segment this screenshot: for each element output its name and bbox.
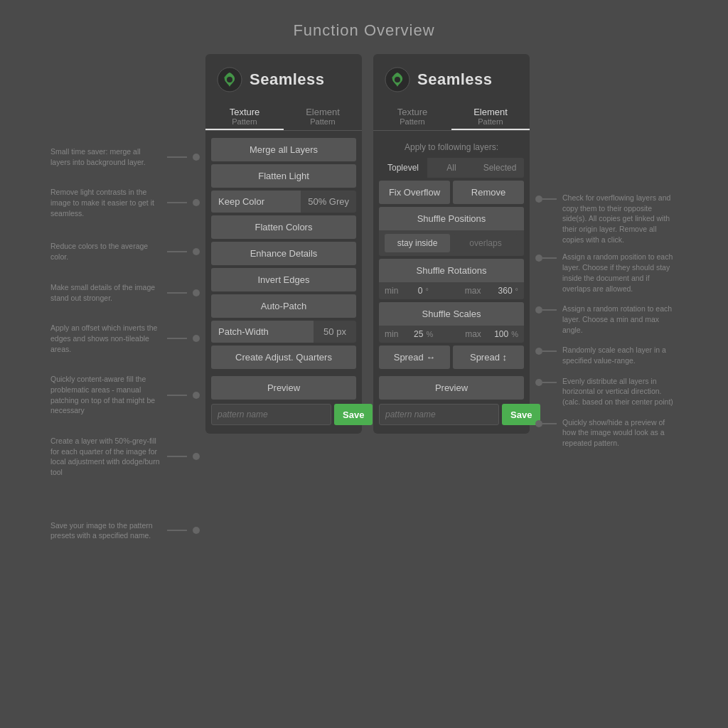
right-annotation-item: Check for overflowing layers and copy th… [535,193,678,245]
flatten-colors-button[interactable]: Flatten Colors [211,215,356,239]
auto-patch-button[interactable]: Auto-Patch [211,294,356,318]
annotation-item: Create a layer with 50%-grey-fill for ea… [50,436,200,478]
right-dot-line [535,379,557,386]
shuffle-rotations-section: Shuffle Rotations min 0 ° max 360 ° [379,259,524,299]
right-preview-button[interactable]: Preview [379,376,524,400]
layer-tab-all[interactable]: All [427,158,476,178]
shuffle-scales-options: min 25 % max 100 % [379,326,524,343]
right-panel-header: Seamless [373,54,530,102]
annotation-line [167,156,187,158]
right-annotation-text: Randomly scale each layer in a specified… [562,345,678,365]
shuffle-positions-button[interactable]: Shuffle Positions [379,207,524,230]
right-tab-texture-sub: Pattern [373,117,451,126]
annotation-line [167,456,187,457]
scale-max-label: max [465,329,491,339]
right-dot [535,306,542,314]
layer-tab-selected[interactable]: Selected [476,158,524,178]
right-line [542,257,557,259]
save-area: Save [211,404,356,425]
scale-max-unit: % [511,330,518,338]
shuffle-rotations-button[interactable]: Shuffle Rotations [379,259,524,282]
scale-max-value: 100 [494,329,508,339]
annotation-dot [193,154,200,161]
layer-tab-toplevel[interactable]: Toplevel [379,158,427,178]
right-dot [535,255,542,262]
rotation-max-label: max [465,286,496,296]
annotation-text: Make small details of the image stand ou… [50,282,161,303]
right-panel: Seamless Texture Pattern Element Pattern… [373,54,530,434]
overlaps-button[interactable]: overlaps [453,234,518,252]
keep-color-row: Keep Color 50% Grey [211,191,356,213]
save-button[interactable]: Save [334,404,373,425]
layer-tabs: Toplevel All Selected [379,158,524,178]
pattern-name-input[interactable] [211,404,331,425]
annotation-item: Remove light contrasts in the image to m… [50,187,200,218]
right-annotations-column: Check for overflowing layers and copy th… [535,54,678,461]
tab-texture[interactable]: Texture Pattern [205,102,284,130]
shuffle-scales-button[interactable]: Shuffle Scales [379,302,524,326]
tab-element[interactable]: Element Pattern [284,102,362,130]
right-annotation-text: Quickly show/hide a preview of how the i… [562,417,678,449]
spread-row: Spread ↔ Spread ↕ [379,346,524,369]
right-line [542,350,557,352]
seamless-logo-icon-right [385,67,410,92]
right-dot-line [535,348,557,355]
rotation-max-unit: ° [515,287,518,295]
left-panel-title: Seamless [250,70,325,89]
annotation-line [167,292,187,294]
right-annotation-item: Assign a random position to each layer. … [535,252,678,294]
annotation-item: Small time saver: merge all layers into … [50,146,200,167]
right-line [542,309,557,311]
right-dot-line [535,306,557,314]
annotation-item: Apply an offset which inverts the edges … [50,323,200,354]
create-adjust-quarters-button[interactable]: Create Adjust. Quarters [211,346,356,369]
scale-min-value: 25 [414,329,423,339]
shuffle-scales-section: Shuffle Scales min 25 % max 100 % [379,302,524,343]
rotation-min-label: min [385,286,415,296]
tab-texture-label: Texture [205,107,284,117]
enhance-details-button[interactable]: Enhance Details [211,242,356,265]
seamless-logo-icon [217,67,242,92]
fix-remove-row: Fix Overflow Remove [379,181,524,204]
invert-edges-button[interactable]: Invert Edges [211,268,356,291]
annotation-text: Reduce colors to the average color. [50,241,161,262]
svg-point-3 [395,77,400,82]
annotation-dot [193,527,200,534]
right-pattern-name-input[interactable] [379,404,499,425]
annotation-item: Quickly content-aware fill the problemat… [50,374,200,416]
right-tab-element[interactable]: Element Pattern [451,102,530,130]
annotation-text: Create a layer with 50%-grey-fill for ea… [50,436,161,478]
right-tab-element-sub: Pattern [451,117,530,126]
keep-color-value[interactable]: 50% Grey [301,191,356,213]
spread-vertical-button[interactable]: Spread ↕ [453,346,524,369]
right-dot-line [535,420,557,427]
annotation-text: Small time saver: merge all layers into … [50,146,161,167]
merge-all-layers-button[interactable]: Merge all Layers [211,138,356,161]
annotation-line [167,202,187,203]
right-tab-texture[interactable]: Texture Pattern [373,102,451,130]
shuffle-rotations-options: min 0 ° max 360 ° [379,282,524,299]
right-annotation-text: Assign a random position to each layer. … [562,252,678,294]
fix-overflow-button[interactable]: Fix Overflow [379,181,450,204]
annotation-line [167,530,187,531]
right-annotation-text: Assign a random rotation to each layer. … [562,304,678,335]
preview-button[interactable]: Preview [211,376,356,400]
right-save-area: Save [379,404,524,425]
tab-texture-sub: Pattern [205,117,284,126]
right-panel-title: Seamless [417,70,493,89]
right-line [542,382,557,383]
right-dot [535,348,542,355]
stay-inside-button[interactable]: stay inside [385,234,450,252]
right-annotation-item: Quickly show/hide a preview of how the i… [535,417,678,449]
shuffle-positions-options: stay inside overlaps [379,230,524,256]
patch-width-value[interactable]: 50 px [314,321,356,343]
scale-min-label: min [385,329,411,339]
rotation-min-value: 0 [418,286,423,296]
remove-button[interactable]: Remove [453,181,524,204]
right-panel-tabs: Texture Pattern Element Pattern [373,102,530,131]
annotation-dot [193,453,200,460]
right-line [542,198,557,200]
spread-horizontal-button[interactable]: Spread ↔ [379,346,450,369]
flatten-light-button[interactable]: Flatten Light [211,164,356,188]
right-tab-texture-label: Texture [373,107,451,117]
